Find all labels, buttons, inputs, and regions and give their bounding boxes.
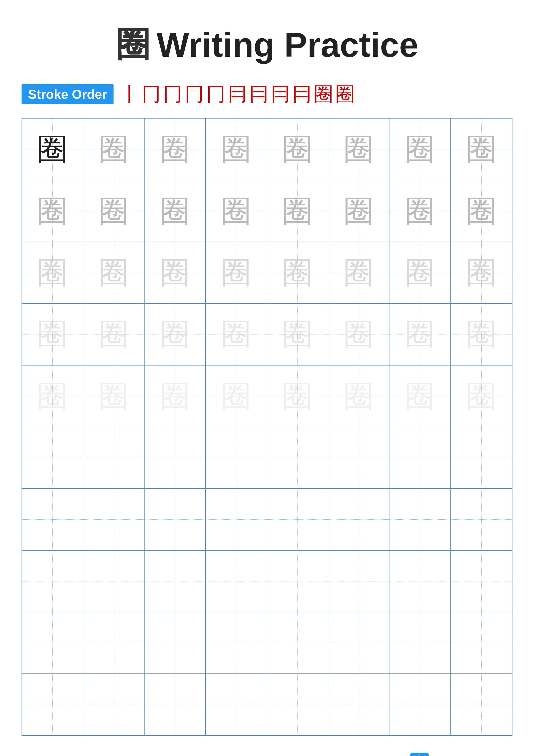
grid-cell[interactable]: 圈	[22, 304, 83, 365]
grid-cell[interactable]: 圈	[144, 304, 206, 365]
grid-cell[interactable]: 圈	[390, 119, 451, 180]
grid-cell[interactable]: 圈	[206, 242, 267, 303]
grid-cell[interactable]	[328, 674, 390, 735]
grid-cell[interactable]	[206, 551, 267, 612]
grid-cell[interactable]: 圈	[328, 119, 390, 180]
grid-cell[interactable]: 圈	[328, 365, 390, 427]
grid-cell[interactable]	[144, 427, 206, 488]
grid-cell[interactable]	[390, 674, 451, 735]
grid-cell[interactable]	[451, 551, 512, 612]
grid-cell[interactable]: 圈	[83, 242, 144, 303]
grid-cell[interactable]	[22, 674, 83, 735]
stroke-step-4: 冂	[185, 81, 204, 107]
grid-cell[interactable]	[144, 489, 206, 550]
grid-cell[interactable]	[451, 489, 512, 550]
grid-cell[interactable]: 圈	[144, 180, 206, 241]
grid-row-3: 圈 圈 圈 圈 圈 圈 圈 圈	[22, 242, 512, 304]
grid-cell[interactable]	[22, 489, 83, 550]
stroke-step-9: 冃	[292, 81, 312, 107]
grid-cell[interactable]: 圈	[83, 365, 144, 427]
grid-cell[interactable]	[83, 489, 144, 550]
grid-cell[interactable]: 圈	[451, 365, 512, 427]
practice-grid: 圈 圈 圈 圈 圈 圈 圈 圈 圈 圈 圈 圈 圈 圈 圈 圈 圈 圈 圈 圈 …	[21, 118, 513, 736]
grid-cell[interactable]	[328, 489, 390, 550]
grid-cell[interactable]: 圈	[144, 365, 206, 427]
grid-cell[interactable]	[144, 551, 206, 612]
grid-cell[interactable]: 圈	[22, 365, 83, 427]
grid-cell[interactable]: 圈	[451, 180, 512, 241]
grid-cell[interactable]	[22, 612, 83, 673]
grid-cell[interactable]: 圈	[390, 365, 451, 427]
grid-cell[interactable]: 圈	[206, 180, 267, 241]
grid-cell[interactable]	[267, 427, 328, 488]
grid-cell[interactable]: 圈	[83, 304, 144, 365]
grid-cell[interactable]	[390, 612, 451, 673]
grid-cell[interactable]: 圈	[206, 365, 267, 427]
grid-row-7	[22, 489, 512, 551]
grid-cell[interactable]: 圈	[451, 304, 512, 365]
grid-row-9	[22, 612, 512, 674]
footer: https://www.strokeorder.com/chinese/圈 字 …	[21, 753, 513, 756]
grid-cell[interactable]	[206, 612, 267, 673]
title-character: 圈	[116, 21, 150, 68]
grid-cell[interactable]	[83, 612, 144, 673]
grid-cell[interactable]: 圈	[267, 242, 328, 303]
grid-cell[interactable]	[451, 427, 512, 488]
grid-cell[interactable]: 圈	[328, 304, 390, 365]
grid-cell[interactable]: 圈	[267, 119, 328, 180]
footer-url[interactable]: https://www.strokeorder.com/chinese/圈	[26, 755, 222, 756]
grid-cell[interactable]: 圈	[22, 119, 83, 180]
grid-cell[interactable]: 圈	[144, 119, 206, 180]
grid-cell[interactable]	[83, 674, 144, 735]
grid-cell[interactable]	[267, 674, 328, 735]
grid-cell[interactable]	[22, 551, 83, 612]
stroke-step-7: 冃	[249, 81, 268, 107]
grid-cell[interactable]: 圈	[451, 119, 512, 180]
grid-row-1: 圈 圈 圈 圈 圈 圈 圈 圈	[22, 119, 512, 180]
grid-cell[interactable]: 圈	[267, 304, 328, 365]
grid-cell[interactable]	[390, 489, 451, 550]
grid-cell[interactable]: 圈	[83, 119, 144, 180]
grid-cell[interactable]	[83, 551, 144, 612]
grid-cell[interactable]: 圈	[206, 304, 267, 365]
stroke-step-1: 丨	[120, 81, 140, 107]
grid-cell[interactable]	[328, 427, 390, 488]
grid-cell[interactable]	[206, 427, 267, 488]
grid-cell[interactable]: 圈	[328, 242, 390, 303]
grid-cell[interactable]	[83, 427, 144, 488]
grid-cell[interactable]	[267, 489, 328, 550]
grid-cell[interactable]	[328, 551, 390, 612]
grid-cell[interactable]	[451, 674, 512, 735]
grid-cell[interactable]	[22, 427, 83, 488]
grid-cell[interactable]: 圈	[451, 242, 512, 303]
grid-cell[interactable]: 圈	[206, 119, 267, 180]
stroke-step-10: 圈	[314, 81, 333, 107]
grid-cell[interactable]: 圈	[22, 180, 83, 241]
grid-row-10	[22, 674, 512, 735]
grid-cell[interactable]	[144, 674, 206, 735]
grid-cell[interactable]: 圈	[83, 180, 144, 241]
stroke-step-3: 冂	[163, 81, 183, 107]
grid-cell[interactable]: 圈	[267, 365, 328, 427]
grid-cell[interactable]: 圈	[390, 242, 451, 303]
grid-cell[interactable]	[206, 674, 267, 735]
grid-cell[interactable]	[267, 551, 328, 612]
stroke-step-6: 冃	[228, 81, 247, 107]
grid-cell[interactable]	[328, 612, 390, 673]
grid-cell[interactable]	[390, 551, 451, 612]
grid-cell[interactable]	[390, 427, 451, 488]
grid-cell[interactable]: 圈	[267, 180, 328, 241]
grid-cell[interactable]: 圈	[22, 242, 83, 303]
grid-cell[interactable]: 圈	[144, 242, 206, 303]
grid-cell[interactable]	[206, 489, 267, 550]
grid-row-5: 圈 圈 圈 圈 圈 圈 圈 圈	[22, 365, 512, 427]
grid-cell[interactable]: 圈	[328, 180, 390, 241]
page: 圈 Writing Practice Stroke Order 丨 冂 冂 冂 …	[0, 0, 534, 756]
grid-cell[interactable]: 圈	[390, 304, 451, 365]
stroke-order-section: Stroke Order 丨 冂 冂 冂 冂 冃 冃 冃 冃 圈 圈	[21, 81, 513, 107]
grid-row-6	[22, 427, 512, 489]
grid-cell[interactable]	[451, 612, 512, 673]
grid-cell[interactable]	[267, 612, 328, 673]
grid-cell[interactable]: 圈	[390, 180, 451, 241]
grid-cell[interactable]	[144, 612, 206, 673]
